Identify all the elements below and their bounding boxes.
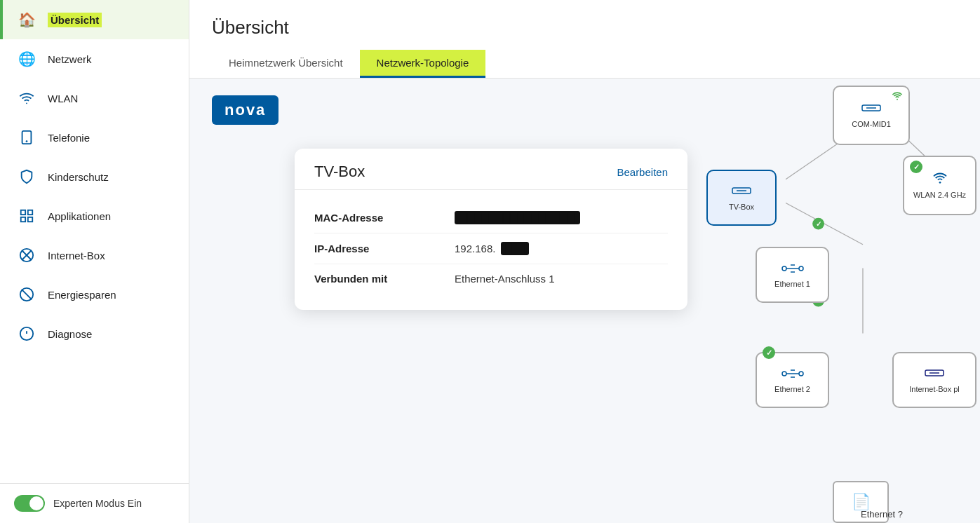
tv-box-icon (732, 185, 751, 200)
mac-value: ████████████████ (455, 211, 580, 224)
apps-icon (17, 206, 36, 226)
tab-netzwerk-topologie[interactable]: Netzwerk-Topologie (360, 50, 486, 78)
svg-line-15 (786, 203, 863, 245)
mac-redacted-value: ████████████████ (455, 211, 580, 224)
ip-value: 192.168.███ (455, 242, 529, 255)
ethernet2-icon (781, 367, 805, 382)
svg-text:✓: ✓ (816, 220, 821, 228)
com-mid1-icon (861, 102, 881, 117)
topo-node-com-mid1[interactable]: COM-MID1 (833, 86, 910, 145)
ethernet2-label: Ethernet 2 (774, 385, 810, 393)
ip-label: IP-Adresse (314, 243, 455, 254)
expert-mode-section: Experten Modus Ein (0, 483, 189, 523)
device-card-body: MAC-Adresse ████████████████ IP-Adresse … (295, 190, 687, 310)
svg-point-0 (26, 102, 27, 104)
ip-redacted-value: ███ (501, 242, 529, 255)
svg-point-17 (812, 218, 824, 230)
sidebar-label-internet-box: Internet-Box (48, 250, 105, 262)
globe-icon: 🌐 (17, 49, 36, 69)
sidebar-label-netzwerk: Netzwerk (48, 53, 92, 65)
sidebar-label-ubersicht: Übersicht (48, 13, 102, 27)
mac-label: MAC-Adresse (314, 212, 455, 224)
sidebar-label-energiesparen: Energiesparen (48, 289, 116, 301)
com-mid1-wifi-badge (892, 91, 903, 103)
sidebar: 🏠 Übersicht 🌐 Netzwerk WLAN Telefonie Ki… (0, 0, 189, 523)
page-header: Übersicht Heimnetzwerk Übersicht Netzwer… (189, 0, 980, 79)
ip-text: 192.168. (455, 243, 495, 254)
svg-rect-3 (21, 210, 25, 215)
com-mid1-label: COM-MID1 (852, 120, 891, 128)
verbunden-value: Ethernet-Anschluss 1 (455, 273, 555, 285)
svg-point-40 (799, 372, 803, 376)
svg-point-27 (782, 266, 786, 271)
sidebar-item-telefonie[interactable]: Telefonie (0, 118, 189, 157)
warning-icon (17, 324, 36, 344)
router-icon (17, 245, 36, 265)
main-content: Übersicht Heimnetzwerk Übersicht Netzwer… (189, 0, 980, 523)
ethernet1-label: Ethernet 1 (774, 280, 810, 288)
sidebar-item-applikationen[interactable]: Applikationen (0, 196, 189, 236)
mac-address-row: MAC-Adresse ████████████████ (314, 203, 668, 233)
sidebar-label-diagnose: Diagnose (48, 328, 92, 340)
tab-bar: Heimnetzwerk Übersicht Netzwerk-Topologi… (212, 50, 958, 78)
topo-node-wlan-24[interactable]: ✓ WLAN 2.4 GHz (903, 156, 976, 215)
svg-point-34 (782, 372, 786, 376)
ethernet-question-label: Ethernet ? (861, 509, 903, 519)
content-area: nova TV-Box Bearbeiten MAC-Adresse █████… (189, 79, 980, 523)
sidebar-label-applikationen: Applikationen (48, 210, 111, 222)
ethernet1-icon (781, 262, 805, 277)
device-card-header: TV-Box Bearbeiten (295, 149, 687, 190)
verbunden-row: Verbunden mit Ethernet-Anschluss 1 (314, 264, 668, 293)
energy-icon (17, 285, 36, 304)
nova-logo: nova (212, 95, 278, 125)
page-title: Übersicht (212, 17, 958, 39)
wlan24-label: WLAN 2.4 GHz (913, 191, 966, 199)
internet-box-label: Internet-Box pl (909, 385, 960, 393)
shield-icon (17, 167, 36, 186)
topo-node-ethernet2[interactable]: ✓ Ethernet 2 (756, 352, 829, 408)
internet-box-icon (925, 367, 944, 382)
sidebar-item-energiesparen[interactable]: Energiesparen (0, 275, 189, 314)
phone-icon (17, 128, 36, 147)
device-card-title: TV-Box (314, 163, 365, 181)
svg-rect-6 (28, 217, 32, 222)
topo-node-ethernet1[interactable]: Ethernet 1 (756, 247, 829, 303)
expert-mode-label: Experten Modus Ein (53, 498, 142, 509)
ip-address-row: IP-Adresse 192.168.███ (314, 233, 668, 264)
wlan24-icon (932, 172, 948, 188)
verbunden-label: Verbunden mit (314, 273, 455, 285)
sidebar-item-internet-box[interactable]: Internet-Box (0, 236, 189, 275)
ethernet2-check-badge: ✓ (763, 346, 775, 359)
svg-point-23 (897, 99, 898, 100)
svg-rect-4 (28, 210, 32, 215)
sidebar-label-wlan: WLAN (48, 93, 78, 104)
svg-line-9 (22, 290, 32, 299)
sidebar-label-telefonie: Telefonie (48, 132, 90, 144)
device-card-edit-button[interactable]: Bearbeiten (617, 166, 668, 178)
tab-heimnetzwerk[interactable]: Heimnetzwerk Übersicht (212, 50, 360, 78)
svg-rect-5 (21, 217, 25, 222)
sidebar-item-diagnose[interactable]: Diagnose (0, 314, 189, 353)
topo-node-internet-box[interactable]: Internet-Box pl (892, 352, 976, 408)
tv-box-label: TV-Box (729, 203, 754, 211)
sidebar-item-kinderschutz[interactable]: Kinderschutz (0, 157, 189, 196)
sidebar-item-wlan[interactable]: WLAN (0, 79, 189, 118)
wifi-icon (17, 88, 36, 108)
sidebar-label-kinderschutz: Kinderschutz (48, 171, 109, 183)
svg-point-33 (799, 266, 803, 271)
topo-node-tv-box[interactable]: TV-Box (706, 170, 777, 226)
sidebar-item-ubersicht[interactable]: 🏠 Übersicht (0, 0, 189, 39)
sidebar-item-netzwerk[interactable]: 🌐 Netzwerk (0, 39, 189, 79)
home-icon: 🏠 (17, 10, 36, 29)
expert-mode-toggle[interactable] (14, 495, 45, 512)
svg-point-26 (939, 182, 941, 184)
device-card: TV-Box Bearbeiten MAC-Adresse ██████████… (295, 149, 687, 310)
wlan24-check-badge: ✓ (910, 161, 922, 173)
